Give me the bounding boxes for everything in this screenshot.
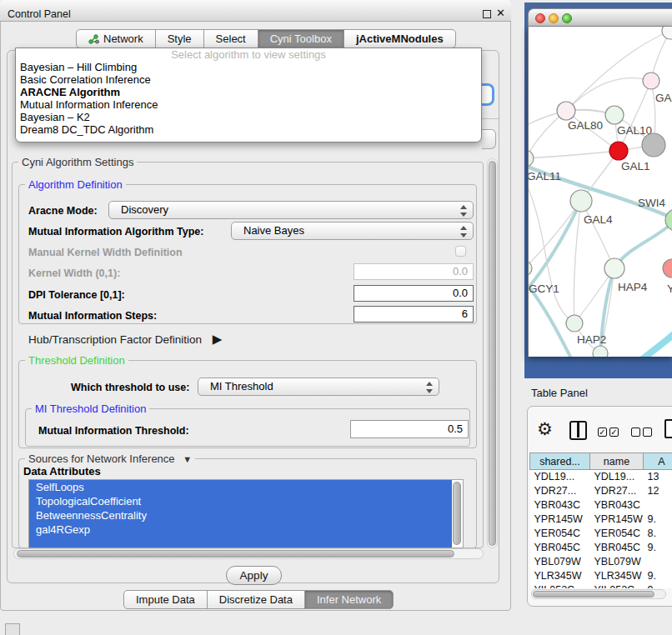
cell[interactable]: YLR345W (530, 569, 590, 583)
cell[interactable]: YBL079W (530, 555, 590, 569)
aracne-mode-combobox[interactable]: Discovery (108, 201, 474, 219)
cell[interactable]: YBR045C (530, 541, 590, 555)
cell[interactable]: YDR27... (530, 484, 590, 498)
cell[interactable]: YBL079W (590, 555, 644, 569)
cell[interactable]: YLR345W (590, 569, 644, 583)
network-edge[interactable] (639, 328, 672, 357)
unchecked-checkbox-icon[interactable] (643, 428, 652, 437)
table-hscroll-thumb[interactable] (533, 591, 654, 598)
cell[interactable]: YER054C (590, 527, 644, 541)
cell[interactable]: 9. (644, 569, 672, 583)
network-window-titlebar[interactable] (528, 8, 672, 27)
list-item[interactable]: BetweennessCentrality (29, 508, 452, 522)
network-node[interactable] (605, 106, 624, 124)
tab-impute-data[interactable]: Impute Data (123, 590, 208, 609)
close-icon[interactable]: ✕ (496, 7, 505, 19)
cell[interactable] (644, 555, 672, 569)
tab-select[interactable]: Select (203, 29, 258, 48)
mi-threshold-field[interactable]: 0.5 (350, 420, 469, 438)
popup-item[interactable]: Dream8 DC_TDC Algorithm (16, 123, 481, 136)
tab-style[interactable]: Style (155, 29, 204, 48)
network-node[interactable] (593, 346, 608, 357)
zoom-traffic-light[interactable] (562, 13, 572, 23)
tab-network[interactable]: Network (76, 29, 156, 48)
unchecked-checkbox-icon[interactable] (631, 428, 640, 437)
close-traffic-light[interactable] (535, 13, 545, 23)
which-threshold-combobox[interactable]: MI Threshold (198, 378, 439, 396)
checked-checkbox-icon[interactable]: ✓ (609, 428, 619, 437)
cell[interactable]: YER054C (530, 527, 590, 541)
dpi-tolerance-field[interactable]: 0.0 (354, 285, 474, 302)
cell[interactable]: 9. (644, 541, 672, 555)
network-node[interactable] (662, 27, 672, 39)
popup-item[interactable]: Bayesian – K2 (16, 111, 481, 123)
cell[interactable]: YDL19... (590, 470, 644, 484)
apply-button[interactable]: Apply (226, 566, 282, 585)
cell[interactable]: 8. (644, 527, 672, 541)
mi-steps-field[interactable]: 6 (354, 306, 474, 322)
network-node[interactable] (609, 142, 628, 160)
network-view[interactable]: GALGAL80GAL10GAL1GAL11GAL4SWI4HAP4YGCY1H… (528, 27, 672, 357)
cell[interactable]: YPR145W (530, 512, 590, 527)
cell[interactable] (644, 498, 672, 512)
tab-discretize-data[interactable]: Discretize Data (207, 590, 305, 609)
network-node[interactable] (529, 150, 534, 167)
cell[interactable]: YBR045C (590, 541, 644, 555)
cell[interactable]: YBR043C (530, 498, 590, 512)
network-edge[interactable] (529, 201, 581, 295)
inference-algorithm-combobox-fragment[interactable] (481, 83, 494, 106)
column-header[interactable]: shared... (530, 453, 590, 470)
column-header[interactable]: name (590, 453, 644, 470)
gear-icon[interactable]: ⚙ (537, 420, 553, 438)
tab-jactivemnodules[interactable]: jActiveMNodules (344, 29, 456, 48)
tab-cyni-toolbox[interactable]: Cyni Toolbox (258, 29, 344, 48)
export-table-icon[interactable] (664, 419, 672, 438)
minimized-panel-icon[interactable] (5, 623, 20, 635)
list-item[interactable]: gal4RGexp (29, 522, 452, 537)
cell[interactable]: 9 (644, 583, 672, 589)
control-panel-titlebar[interactable]: Control Panel ✕ (0, 0, 511, 22)
cell[interactable]: 13 (644, 470, 672, 484)
expander-right-arrow-icon[interactable]: ▶ (213, 332, 223, 346)
minimize-traffic-light[interactable] (549, 13, 559, 23)
data-attributes-list[interactable]: SelfLoops TopologicalCoefficient Between… (28, 479, 464, 548)
popup-item[interactable]: Mutual Information Inference (16, 98, 481, 111)
network-edge[interactable] (529, 177, 574, 323)
list-item[interactable]: TopologicalCoefficient (29, 494, 452, 508)
network-node[interactable] (643, 72, 659, 89)
settings-vertical-scrollbar[interactable] (487, 158, 498, 548)
float-window-icon[interactable] (483, 10, 491, 18)
cell[interactable]: YDR27... (590, 484, 644, 498)
network-edge[interactable] (529, 151, 619, 158)
network-node[interactable] (529, 261, 532, 276)
network-edge[interactable] (566, 78, 651, 111)
network-node[interactable] (663, 259, 672, 278)
column-header[interactable]: A (644, 453, 672, 470)
list-scrollbar-thumb[interactable] (453, 482, 461, 545)
settings-horizontal-scrollbar[interactable] (13, 548, 484, 559)
network-edge[interactable] (574, 201, 581, 323)
columns-icon[interactable] (569, 421, 587, 440)
settings-vscroll-thumb[interactable] (489, 161, 496, 546)
cell[interactable]: YBR043C (590, 498, 644, 512)
cell[interactable]: YDL19... (530, 470, 590, 484)
cell[interactable]: YIL052C (530, 583, 590, 589)
tab-infer-network[interactable]: Infer Network (304, 590, 394, 609)
mi-type-combobox[interactable]: Naive Bayes (231, 222, 474, 240)
cell[interactable]: YPR145W (590, 512, 644, 527)
network-canvas[interactable]: GALGAL80GAL10GAL1GAL11GAL4SWI4HAP4YGCY1H… (529, 27, 672, 357)
list-scrollbar[interactable] (453, 482, 461, 545)
network-selector-combobox-fragment[interactable] (482, 129, 496, 149)
expander-down-arrow-icon[interactable]: ▼ (183, 454, 192, 464)
popup-item-selected[interactable]: ARACNE Algorithm (16, 86, 481, 98)
sources-expander[interactable]: Sources for Network Inference ▼ (25, 452, 195, 465)
list-item-partial[interactable] (29, 537, 452, 548)
network-node[interactable] (642, 133, 665, 157)
network-node[interactable] (570, 190, 592, 212)
cell[interactable]: YIL052C (590, 583, 644, 589)
table-horizontal-scrollbar[interactable] (531, 589, 666, 599)
cell[interactable]: 9. (644, 512, 672, 527)
checked-checkbox-icon[interactable]: ✓ (598, 428, 607, 437)
hub-definition-expander[interactable]: Hub/Transcription Factor Definition ▶ (28, 332, 222, 347)
network-node[interactable] (557, 102, 575, 120)
